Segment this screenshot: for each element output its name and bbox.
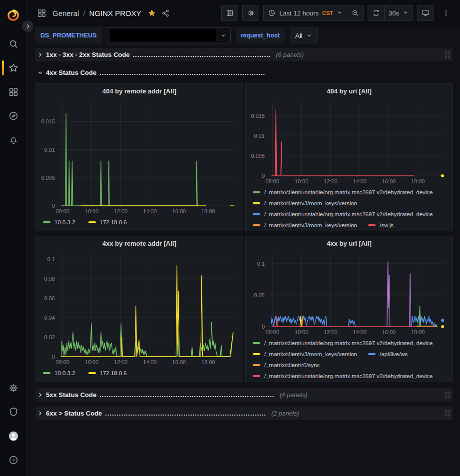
legend-item[interactable]: /_matrix/client/unstable/org.matrix.msc2…: [253, 371, 433, 382]
chevron-down-icon: [220, 32, 226, 38]
svg-text:12:00: 12:00: [324, 178, 338, 184]
row-drag-handle[interactable]: [444, 409, 450, 418]
svg-text:18:00: 18:00: [411, 329, 425, 335]
breadcrumb-section[interactable]: General: [52, 9, 79, 17]
time-series-chart[interactable]: 00.0050.010.01508:0010:0012:0014:0016:00…: [36, 98, 243, 216]
legend-item[interactable]: /_matrix/client/unstable/org.matrix.msc2…: [253, 338, 433, 349]
legend-item[interactable]: 10.0.3.2: [43, 368, 75, 379]
chevron-down-icon: [337, 9, 343, 17]
grafana-app: ? General / NGINX PROXY: [0, 0, 460, 476]
row-drag-handle[interactable]: [444, 391, 450, 399]
svg-text:08:00: 08:00: [56, 208, 70, 214]
panels-row-bottom: 4xx by remote addr [All] 00.020.040.060.…: [35, 236, 453, 382]
svg-text:12:00: 12:00: [114, 359, 128, 365]
time-series-chart[interactable]: 00.020.040.060.080.108:0010:0012:0014:00…: [36, 250, 243, 367]
dashboard-settings-button[interactable]: [242, 5, 259, 21]
sidebar-item-favorites[interactable]: [0, 56, 27, 80]
share-icon[interactable]: [161, 9, 170, 17]
panel-title[interactable]: 4xx by uri [All]: [246, 236, 453, 250]
refresh-controls: 30s: [368, 5, 413, 21]
save-dashboard-button[interactable]: [221, 5, 238, 21]
refresh-interval-picker[interactable]: 30s: [384, 5, 413, 21]
row-title: 5xx Status Code: [46, 391, 96, 399]
time-series-chart[interactable]: 00.0050.010.01508:0010:0012:0014:0016:00…: [246, 98, 453, 186]
svg-text:18:00: 18:00: [201, 208, 215, 214]
row-4xx[interactable]: 4xx Status Code ........................…: [35, 66, 453, 79]
legend-swatch: [253, 191, 260, 193]
search-icon[interactable]: [0, 32, 27, 56]
legend-item[interactable]: /_matrix/client/r0/sync: [253, 360, 320, 371]
panel-4xx-by-uri: 4xx by uri [All] 00.050.108:0010:0012:00…: [245, 236, 453, 382]
kebab-menu-icon[interactable]: [438, 5, 454, 21]
legend-item[interactable]: /_matrix/client/unstable/org.matrix.msc2…: [253, 187, 433, 198]
svg-text:0: 0: [52, 354, 55, 360]
svg-text:0.005: 0.005: [41, 175, 55, 181]
row-title-dots: ........................................…: [133, 51, 271, 58]
panels-row-top: 404 by remote addr [All] 00.0050.010.015…: [35, 83, 453, 231]
time-range-picker[interactable]: Last 12 hours CST: [263, 5, 347, 21]
panel-legend: 10.0.3.2172.18.0.6: [36, 216, 243, 231]
svg-text:12:00: 12:00: [114, 208, 128, 214]
panel-title[interactable]: 404 by uri [All]: [246, 84, 453, 98]
row-title-dots: ........................................…: [105, 410, 266, 417]
svg-text:16:00: 16:00: [172, 359, 186, 365]
svg-text:0.01: 0.01: [44, 147, 55, 153]
legend-swatch: [43, 372, 50, 374]
legend-item[interactable]: /_matrix/client/v3/room_keys/version: [253, 198, 357, 209]
tv-mode-button[interactable]: [417, 5, 434, 21]
time-range-label: Last 12 hours: [279, 9, 319, 17]
row-drag-handle[interactable]: [444, 50, 450, 59]
legend-item[interactable]: /_matrix/client/unstable/org.matrix.msc2…: [253, 209, 433, 220]
legend-item[interactable]: 10.0.3.2: [43, 217, 75, 228]
sidebar-item-explore[interactable]: [0, 104, 27, 128]
legend-item[interactable]: /_matrix/client/v3/room_keys/version: [253, 349, 357, 360]
request-host-select[interactable]: All: [290, 27, 318, 43]
main-area: General / NGINX PROXY: [27, 0, 460, 476]
svg-text:18:00: 18:00: [411, 178, 425, 184]
shield-icon[interactable]: [0, 400, 27, 424]
row-panel-count: (4 panels): [280, 392, 308, 399]
panel-title[interactable]: 4xx by remote addr [All]: [36, 236, 243, 250]
legend-swatch: [43, 221, 50, 223]
favorite-star-icon[interactable]: [147, 8, 156, 17]
legend-item[interactable]: 172.18.0.6: [88, 368, 127, 379]
dashboard-grid-icon[interactable]: [37, 8, 46, 18]
sidebar-item-alerting[interactable]: [0, 128, 27, 152]
navbar: General / NGINX PROXY: [27, 0, 460, 26]
expand-sidebar-button[interactable]: [21, 20, 34, 32]
variable-label-ds-prometheus: DS_PROMETHEUS: [35, 27, 102, 43]
legend-swatch: [368, 353, 376, 355]
help-icon[interactable]: ?: [0, 448, 27, 472]
row-6xx[interactable]: 6xx > Status Code ......................…: [35, 407, 453, 420]
zoom-out-button[interactable]: [347, 5, 364, 21]
svg-text:08:00: 08:00: [56, 359, 70, 365]
legend-item[interactable]: 172.18.0.6: [88, 217, 127, 228]
legend-item[interactable]: /sw.js: [368, 220, 394, 231]
svg-text:0.005: 0.005: [251, 153, 265, 159]
time-series-chart[interactable]: 00.050.108:0010:0012:0014:0016:0018:00: [246, 250, 453, 337]
svg-text:0.1: 0.1: [257, 261, 265, 267]
row-panel-count: (6 panels): [276, 51, 304, 58]
row-1xx-3xx-2xx[interactable]: 1xx - 3xx - 2xx Status Code ............…: [35, 48, 453, 61]
gear-icon[interactable]: [0, 376, 27, 400]
panel-title[interactable]: 404 by remote addr [All]: [36, 84, 243, 98]
svg-text:18:00: 18:00: [201, 359, 215, 365]
svg-text:08:00: 08:00: [266, 329, 280, 335]
svg-text:14:00: 14:00: [143, 208, 157, 214]
legend-swatch: [253, 213, 260, 215]
panel-legend: 10.0.3.2172.18.0.6: [36, 367, 243, 382]
ds-prometheus-select[interactable]: [107, 27, 231, 43]
breadcrumb-title[interactable]: NGINX PROXY: [89, 9, 141, 17]
svg-text:0.02: 0.02: [44, 334, 55, 340]
refresh-button[interactable]: [368, 5, 384, 21]
legend-item[interactable]: /_matrix/client/v3/room_keys/version: [253, 220, 357, 231]
legend-item[interactable]: /api/live/ws: [368, 349, 408, 360]
sidebar-item-dashboards[interactable]: [0, 80, 27, 104]
row-title-dots: ........................................…: [99, 69, 265, 76]
svg-text:0.01: 0.01: [254, 133, 265, 139]
legend-swatch: [253, 224, 260, 226]
row-5xx[interactable]: 5xx Status Code ........................…: [35, 388, 453, 402]
svg-text:0.015: 0.015: [251, 113, 265, 119]
avatar[interactable]: [0, 424, 27, 448]
clock-icon: [268, 9, 276, 17]
